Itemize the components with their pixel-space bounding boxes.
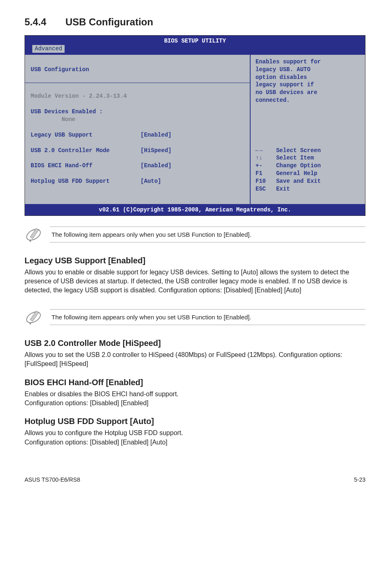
bios-nav-help: ←→ Select Screen ↑↓ Select Item +- Chang…	[256, 139, 360, 201]
section-heading: 5.4.4 USB Configuration	[25, 16, 365, 28]
heading-ehci-handoff: BIOS EHCI Hand-Off [Enabled]	[25, 378, 365, 387]
bios-footer: v02.61 (C)Copyright 1985-2008, American …	[25, 205, 365, 215]
bios-help-text: Enables support for legacy USB. AUTO opt…	[256, 58, 360, 104]
option-hotplug-usb-fdd[interactable]: Hotplug USB FDD Support [Auto]	[31, 177, 244, 185]
usb-devices-enabled-label: USB Devices Enabled :	[31, 108, 103, 115]
para-hotplug-fdd: Allows you to configure the Hotplug USB …	[25, 429, 365, 447]
module-version-label: Module Version - 2.24.3-13.4	[31, 93, 127, 99]
para-usb20-mode: Allows you to set the USB 2.0 controller…	[25, 350, 365, 369]
page-footer: ASUS TS700-E6/RS8 5-23	[25, 456, 365, 483]
bios-title: BIOS SETUP UTILITY	[25, 36, 365, 45]
bios-right-pane: Enables support for legacy USB. AUTO opt…	[251, 55, 365, 204]
nav-select-item: ↑↓ Select Item	[256, 155, 314, 161]
para-ehci-handoff: Enables or disables the BIOS EHCI hand-o…	[25, 390, 365, 408]
heading-hotplug-fdd: Hotplug USB FDD Support [Auto]	[25, 417, 365, 426]
nav-change-option: +- Change Option	[256, 162, 321, 169]
heading-legacy-usb: Legacy USB Support [Enabled]	[25, 256, 365, 265]
bios-setup-utility: BIOS SETUP UTILITY Advanced USB Configur…	[25, 35, 365, 216]
footer-right: 5-23	[354, 476, 365, 483]
bios-body: USB Configuration Module Version - 2.24.…	[25, 54, 365, 205]
bios-left-title: USB Configuration	[31, 66, 89, 73]
pencil-icon	[25, 308, 43, 326]
note-box-1: The following item appears only when you…	[25, 222, 365, 248]
note-box-2: The following item appears only when you…	[25, 304, 365, 330]
nav-exit: ESC Exit	[256, 186, 290, 192]
pencil-icon	[25, 226, 43, 244]
section-number: 5.4.4	[25, 16, 65, 28]
bios-left-pane: USB Configuration Module Version - 2.24.…	[25, 55, 251, 204]
section-title: USB Configuration	[65, 16, 153, 28]
note-text-2: The following item appears only when you…	[50, 309, 365, 325]
nav-select-screen: ←→ Select Screen	[256, 147, 321, 154]
heading-usb20-mode: USB 2.0 Controller Mode [HiSpeed]	[25, 339, 365, 348]
nav-general-help: F1 General Help	[256, 170, 317, 177]
nav-save-exit: F10 Save and Exit	[256, 178, 321, 184]
option-usb20-controller-mode[interactable]: USB 2.0 Controller Mode [HiSpeed]	[31, 147, 244, 155]
tab-advanced[interactable]: Advanced	[32, 45, 65, 53]
bios-tab-row: Advanced	[25, 45, 365, 54]
note-text-1: The following item appears only when you…	[50, 227, 365, 242]
option-bios-ehci-handoff[interactable]: BIOS EHCI Hand-Off [Enabled]	[31, 162, 244, 170]
option-legacy-usb-support[interactable]: Legacy USB Support [Enabled]	[31, 131, 244, 139]
usb-devices-enabled-value: None	[31, 116, 75, 123]
footer-left: ASUS TS700-E6/RS8	[25, 476, 80, 483]
para-legacy-usb: Allows you to enable or disable support …	[25, 268, 365, 295]
